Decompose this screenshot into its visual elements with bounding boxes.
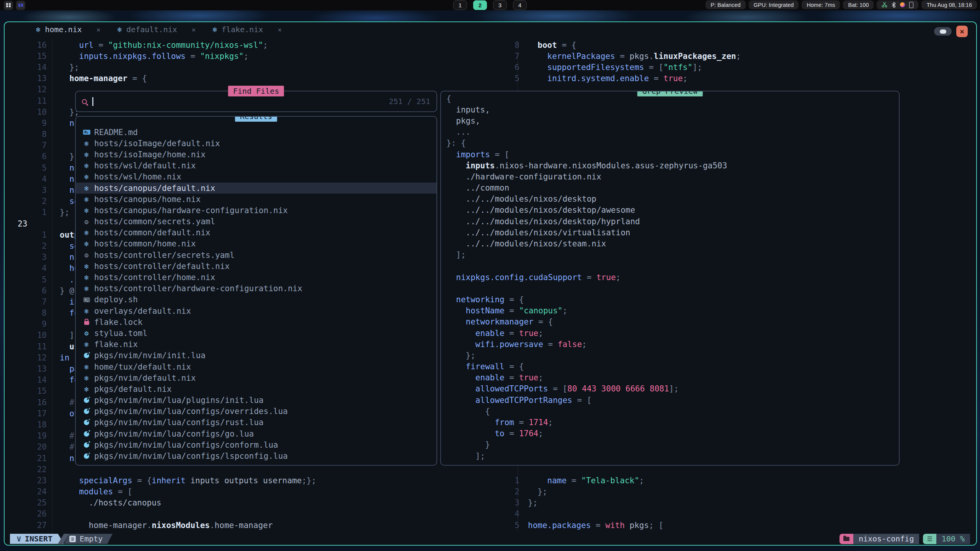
lua-icon [84,353,89,358]
line-number: 5 [496,74,525,83]
close-button[interactable]: × [956,26,968,37]
result-item[interactable]: ❄hosts/common/default.nix [76,227,436,238]
line-number: 20 [5,442,57,452]
result-item[interactable]: pkgs/nvim/nvim/lua/configs/rust.lua [76,417,436,428]
terminal-app-icon[interactable]: $N [16,1,25,10]
result-item[interactable]: ❄hosts/controller/home.nix [76,272,436,283]
line-number: 4 [5,174,57,184]
result-item[interactable]: M↓README.md [76,127,436,138]
result-item[interactable]: ❄hosts/canopus/home.nix [76,194,436,205]
code-line: 5home.packages = with pkgs; [ [496,520,976,531]
result-item[interactable]: ❄overlays/default.nix [76,305,436,316]
result-item-label: pkgs/nvim/nvim/lua/configs/rust.lua [94,418,264,427]
result-item-label: pkgs/nvim/nvim/lua/configs/lspconfig.lua [94,452,288,461]
code-text: ../common [446,183,509,192]
tab-label: flake.nix [222,25,263,34]
code-line: 4 [496,509,976,520]
nix-icon: ❄ [118,25,122,34]
code-text: inputs, [446,105,490,114]
orb-icon[interactable] [900,2,905,7]
result-item[interactable]: pkgs/nvim/nvim/init.lua [76,350,436,361]
tab-default.nix[interactable]: ❄default.nix× [118,25,196,34]
result-item[interactable]: ❄hosts/canopus/hardware-configuration.ni… [76,205,436,216]
result-item[interactable]: ❄home/tux/default.nix [76,361,436,372]
code-line: inputs, [446,104,897,115]
line-number: 12 [5,85,57,94]
line-number: 4 [5,264,57,273]
code-text: modules = [ [60,487,132,496]
line-number: 21 [5,454,57,463]
result-item[interactable]: flake.lock [76,316,436,328]
result-item[interactable]: ❄hosts/common/home.nix [76,238,436,249]
line-number: 12 [5,353,57,362]
result-item[interactable]: ❄hosts/wsl/default.nix [76,160,436,171]
result-item[interactable]: pkgs/nvim/nvim/lua/configs/conform.lua [76,439,436,450]
result-item[interactable]: pkgs/nvim/nvim/lua/plugins/init.lua [76,395,436,406]
result-item-label: overlays/default.nix [94,306,191,316]
result-item[interactable]: pkgs/nvim/nvim/lua/configs/go.lua [76,428,436,439]
app-grid-icon[interactable] [4,1,13,10]
nix-icon: ❄ [84,161,88,170]
tablet-icon[interactable] [909,2,913,8]
workspace-button-3[interactable]: 3 [493,0,507,10]
scissors-icon[interactable] [882,2,887,8]
line-number: 11 [5,342,57,351]
tab-close-icon[interactable]: × [96,26,101,34]
project-segment: nixos-config [840,534,920,544]
code-text: imports = [ [446,150,509,159]
workspace-button-1[interactable]: 1 [453,0,467,10]
code-text: allowedTCPPorts = [80 443 3000 6666 8081… [446,384,679,393]
tab-label: home.nix [45,25,82,34]
result-item[interactable]: ⚙stylua.toml [76,328,436,339]
result-item[interactable]: ❄hosts/isoImage/default.nix [76,138,436,149]
bluetooth-icon[interactable] [892,2,896,8]
tab-close-icon[interactable]: × [278,26,282,34]
gear-gray-icon: ⚙ [85,218,89,226]
result-item-label: hosts/controller/secrets.yaml [94,251,235,260]
tab-label: default.nix [126,25,177,34]
tab-close-icon[interactable]: × [192,26,196,34]
result-item[interactable]: pkgs/nvim/nvim/lua/configs/lspconfig.lua [76,450,436,461]
code-text: wifi.powersave = false; [446,340,587,349]
launcher-icons: $N [0,1,25,10]
result-item[interactable]: ⚙hosts/common/secrets.yaml [76,216,436,227]
result-item[interactable]: ❄flake.nix [76,339,436,350]
code-text: ../../modules/nixos/virtualisation [446,228,630,237]
code-line: ../../modules/nixos/desktop/hyprland [446,216,897,227]
result-item[interactable]: ❄hosts/controller/default.nix [76,261,436,272]
lua-icon [84,442,89,448]
code-text: inputs.nixos-hardware.nixosModules.asus-… [446,161,727,170]
workspace-group: 1234 [453,0,527,10]
code-text: from = 1714; [446,418,553,427]
status-pill-group: P: BalancedGPU: IntegratedHome: 7msBat: … [706,0,874,9]
result-item[interactable]: ❄hosts/wsl/home.nix [76,171,436,183]
code-line: wifi.powersave = false; [446,339,897,350]
toggle-button[interactable] [934,27,952,36]
tab-home.nix[interactable]: ❄home.nix× [36,25,101,34]
result-item[interactable]: ❄hosts/controller/hardware-configuration… [76,283,436,294]
result-item[interactable]: ⚙hosts/controller/secrets.yaml [76,249,436,261]
line-number: 2 [5,197,57,206]
status-pill-3: Bat: 100 [843,0,874,9]
clock[interactable]: Thu Aug 08, 18:16 [921,0,977,9]
nix-icon: ❄ [84,206,88,215]
result-item[interactable]: ❄pkgs/default.nix [76,383,436,395]
workspace-button-2[interactable]: 2 [473,0,487,10]
system-tray [877,0,918,9]
file-label: Empty [80,534,103,543]
search-input[interactable]: 251 / 251 [76,91,436,111]
tab-flake.nix[interactable]: ❄flake.nix× [212,25,282,34]
code-line: networkmanager = { [446,316,897,328]
result-item[interactable]: ❄pkgs/nvim/default.nix [76,372,436,383]
result-item[interactable]: ❄hosts/isoImage/home.nix [76,149,436,160]
result-item[interactable]: pkgs/nvim/nvim/lua/configs/overrides.lua [76,406,436,417]
code-line: 5 initrd.systemd.enable = true; [496,73,976,84]
nix-icon: ❄ [84,284,88,293]
result-item[interactable]: ❄hosts/canopus/default.nix [76,183,436,194]
code-line: ../../modules/nixos/virtualisation [446,227,897,238]
line-number: 5 [496,521,525,530]
result-item[interactable]: >_deploy.sh [76,294,436,305]
code-text: }; [528,498,537,507]
lua-icon [84,453,89,459]
workspace-button-4[interactable]: 4 [513,0,527,10]
